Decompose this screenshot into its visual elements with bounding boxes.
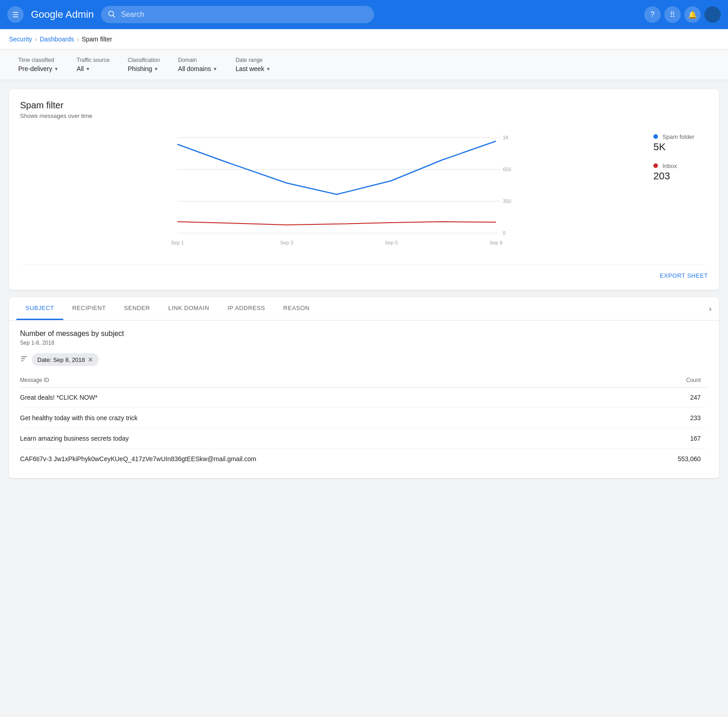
header-actions: ? ⠿ 🔔 [644,6,721,23]
table-subtitle: Sep 1-8, 2018 [20,340,708,346]
tab-recipient[interactable]: RECIPIENT [63,297,115,320]
svg-text:650: 650 [503,167,511,172]
svg-text:Sep 5: Sep 5 [385,240,398,245]
tab-subject[interactable]: SUBJECT [16,297,63,320]
svg-text:Sep 1: Sep 1 [171,240,184,245]
filter-label-domain: Domain [178,57,217,63]
filter-select-traffic[interactable]: All ▼ [77,65,110,72]
legend-dot-inbox [653,163,658,168]
breadcrumb: Security › Dashboards › Spam filter [0,29,728,50]
chip-close-button[interactable]: ✕ [88,356,93,363]
filter-label-traffic: Traffic source [77,57,110,63]
tab-sender[interactable]: SENDER [115,297,159,320]
bell-icon: 🔔 [688,10,697,19]
breadcrumb-dashboards[interactable]: Dashboards [40,36,74,43]
table-title: Number of messages by subject [20,330,708,338]
export-sheet-button[interactable]: EXPORT SHEET [660,272,708,279]
svg-text:350: 350 [503,198,511,204]
notifications-button[interactable]: 🔔 [684,6,701,23]
app-header: ☰ Google Admin ? ⠿ 🔔 [0,0,728,29]
line-chart-svg: 1K 650 350 0 Sep 1 Sep 3 Sep 5 Sep 8 [20,128,644,256]
svg-line-1 [113,15,115,17]
svg-text:1K: 1K [503,135,509,140]
search-input[interactable] [101,6,374,23]
svg-text:Sep 8: Sep 8 [490,240,503,245]
filter-value-date: Last week [236,65,264,72]
filter-label-classification: Classification [128,57,160,63]
chart-container: 1K 650 350 0 Sep 1 Sep 3 Sep 5 Sep 8 [20,128,708,257]
date-filter-chip: Date: Sep 8, 2018 ✕ [32,353,99,366]
cell-count: 553,060 [632,449,708,469]
chevron-down-icon: ▼ [86,66,90,71]
chevron-down-icon: ▼ [213,66,217,71]
filter-icon[interactable] [20,355,28,365]
svg-text:0: 0 [503,230,506,236]
search-icon [107,10,116,20]
breadcrumb-sep-1: › [35,36,37,43]
filter-value-time: Pre-delivery [18,65,52,72]
filter-classification: Classification Phishing ▼ [128,57,160,72]
filters-bar: Time classified Pre-delivery ▼ Traffic s… [0,50,728,80]
cell-message-id: Great deals! *CLICK NOW* [20,387,632,408]
breadcrumb-sep-2: › [77,36,79,43]
legend-spam-folder: Spam folder 5K [653,133,708,153]
filter-domain: Domain All domains ▼ [178,57,217,72]
cell-count: 247 [632,387,708,408]
table-row: CAF6ti7v-3 Jw1xPkiPhyk0wCeyKUeQ_417zVe7w… [20,449,708,469]
tabs-header: SUBJECT RECIPIENT SENDER LINK DOMAIN IP … [9,297,719,320]
filter-value-domain: All domains [178,65,211,72]
legend-dot-spam [653,134,658,139]
tabs-chevron-right[interactable]: › [709,304,712,314]
help-icon: ? [651,10,655,19]
tab-link-domain[interactable]: LINK DOMAIN [159,297,218,320]
filter-select-classification[interactable]: Phishing ▼ [128,65,160,72]
tab-ip-address[interactable]: IP ADDRESS [218,297,274,320]
filter-time-classified: Time classified Pre-delivery ▼ [18,57,59,72]
col-message-id: Message ID [20,373,632,387]
svg-text:Sep 3: Sep 3 [280,240,293,245]
export-row: EXPORT SHEET [20,264,708,279]
waffle-icon: ⠿ [670,10,675,19]
legend-label-inbox: Inbox [662,163,677,169]
legend-label-spam: Spam folder [662,133,694,140]
chart-card: Spam filter Shows messages over time 1K … [9,89,719,290]
waffle-button[interactable]: ⠿ [664,6,681,23]
cell-message-id: Learn amazing business secrets today [20,428,632,449]
filter-label-time: Time classified [18,57,59,63]
help-button[interactable]: ? [644,6,661,23]
filter-select-domain[interactable]: All domains ▼ [178,65,217,72]
chart-title: Spam filter [20,100,708,111]
main-content: Spam filter Shows messages over time 1K … [0,80,728,487]
cell-count: 233 [632,408,708,428]
filter-chips: Date: Sep 8, 2018 ✕ [20,353,708,366]
filter-value-classification: Phishing [128,65,152,72]
table-row: Great deals! *CLICK NOW* 247 [20,387,708,408]
chip-label: Date: Sep 8, 2018 [37,356,85,363]
breadcrumb-current: Spam filter [81,36,112,43]
avatar[interactable] [704,6,721,23]
table-row: Learn amazing business secrets today 167 [20,428,708,449]
filter-select-date[interactable]: Last week ▼ [236,65,271,72]
svg-point-0 [109,11,114,16]
legend-value-inbox: 203 [653,170,708,182]
tabs-card: SUBJECT RECIPIENT SENDER LINK DOMAIN IP … [9,297,719,478]
chart-area: 1K 650 350 0 Sep 1 Sep 3 Sep 5 Sep 8 [20,128,644,257]
legend-inbox: Inbox 203 [653,162,708,182]
filter-select-time[interactable]: Pre-delivery ▼ [18,65,59,72]
cell-message-id: CAF6ti7v-3 Jw1xPkiPhyk0wCeyKUeQ_417zVe7w… [20,449,632,469]
filter-date-range: Date range Last week ▼ [236,57,271,72]
filter-label-date: Date range [236,57,271,63]
chevron-down-icon: ▼ [266,66,271,71]
chevron-down-icon: ▼ [54,66,59,71]
legend-value-spam: 5K [653,141,708,153]
breadcrumb-security[interactable]: Security [9,36,32,43]
cell-message-id: Get healthy today with this one crazy tr… [20,408,632,428]
messages-table: Message ID Count Great deals! *CLICK NOW… [20,373,708,469]
col-count: Count [632,373,708,387]
chart-subtitle: Shows messages over time [20,112,708,119]
cell-count: 167 [632,428,708,449]
chevron-down-icon: ▼ [154,66,158,71]
filter-traffic-source: Traffic source All ▼ [77,57,110,72]
menu-button[interactable]: ☰ [7,6,24,23]
tab-reason[interactable]: REASON [274,297,319,320]
